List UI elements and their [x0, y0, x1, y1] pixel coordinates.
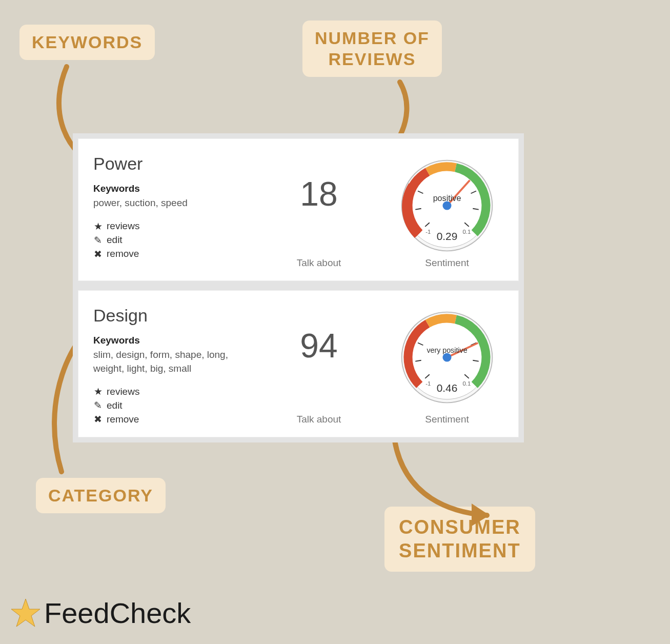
gauge-value: 0.29 [437, 230, 458, 242]
reviews-label: reviews [107, 386, 139, 397]
star-icon [10, 598, 41, 629]
gauge-value: 0.46 [437, 382, 458, 394]
keywords-heading: Keywords [93, 335, 247, 346]
brand-logo: FeedCheck [10, 596, 191, 630]
svg-marker-24 [11, 599, 40, 627]
close-icon: ✖ [93, 413, 103, 425]
sentiment-gauge: -1 0.1 very positive 0.46 [391, 309, 503, 406]
sentiment-column: -1 0.1 positive 0.29 Sentiment [391, 154, 503, 271]
talk-about-label: Talk about [252, 414, 385, 425]
card-left: Design Keywords slim, design, form, shap… [93, 306, 247, 427]
callout-consumer-sentiment: CONSUMERSENTIMENT [384, 507, 535, 572]
gauge-sentiment-label: very positive [427, 346, 467, 354]
keywords-list: power, suction, speed [93, 196, 247, 210]
dashboard-panel: Power Keywords power, suction, speed ★ r… [73, 133, 524, 442]
talk-about-label: Talk about [252, 257, 385, 269]
callout-category: CATEGORY [36, 478, 166, 513]
pencil-icon: ✎ [93, 234, 103, 246]
gauge-tick-low: -1 [425, 229, 431, 235]
svg-point-23 [442, 353, 451, 361]
reviews-link[interactable]: ★ reviews [93, 386, 247, 397]
remove-link[interactable]: ✖ remove [93, 248, 247, 260]
edit-label: edit [107, 234, 123, 246]
sentiment-gauge: -1 0.1 positive 0.29 [391, 157, 503, 254]
star-icon: ★ [93, 220, 103, 232]
category-title: Power [93, 154, 247, 174]
edit-label: edit [107, 400, 123, 411]
callout-number-of-reviews: NUMBER OFREVIEWS [302, 21, 442, 77]
edit-link[interactable]: ✎ edit [93, 234, 247, 246]
reviews-link[interactable]: ★ reviews [93, 220, 247, 232]
count-column: 18 Talk about [252, 154, 385, 271]
remove-link[interactable]: ✖ remove [93, 413, 247, 425]
gauge-tick-low: -1 [425, 380, 431, 387]
keywords-list: slim, design, form, shape, long, weight,… [93, 348, 247, 375]
review-count: 18 [252, 174, 385, 213]
star-icon: ★ [93, 386, 103, 397]
review-count: 94 [252, 326, 385, 365]
sentiment-column: -1 0.1 very positive 0.46 Sentiment [391, 306, 503, 427]
close-icon: ✖ [93, 248, 103, 260]
edit-link[interactable]: ✎ edit [93, 399, 247, 411]
sentiment-label: Sentiment [391, 257, 503, 269]
reviews-label: reviews [107, 220, 139, 232]
sentiment-label: Sentiment [391, 414, 503, 425]
count-column: 94 Talk about [252, 306, 385, 427]
gauge-tick-high: 0.1 [462, 380, 471, 387]
card-left: Power Keywords power, suction, speed ★ r… [93, 154, 247, 262]
svg-point-13 [442, 201, 451, 210]
pencil-icon: ✎ [93, 399, 103, 411]
keywords-heading: Keywords [93, 183, 247, 194]
gauge-sentiment-label: positive [433, 193, 461, 203]
callout-keywords: KEYWORDS [19, 25, 155, 60]
brand-name: FeedCheck [44, 596, 191, 630]
category-title: Design [93, 306, 247, 326]
gauge-tick-high: 0.1 [462, 229, 471, 235]
category-card-design: Design Keywords slim, design, form, shap… [78, 290, 519, 437]
remove-label: remove [107, 414, 139, 425]
category-card-power: Power Keywords power, suction, speed ★ r… [78, 138, 519, 281]
remove-label: remove [107, 248, 139, 259]
